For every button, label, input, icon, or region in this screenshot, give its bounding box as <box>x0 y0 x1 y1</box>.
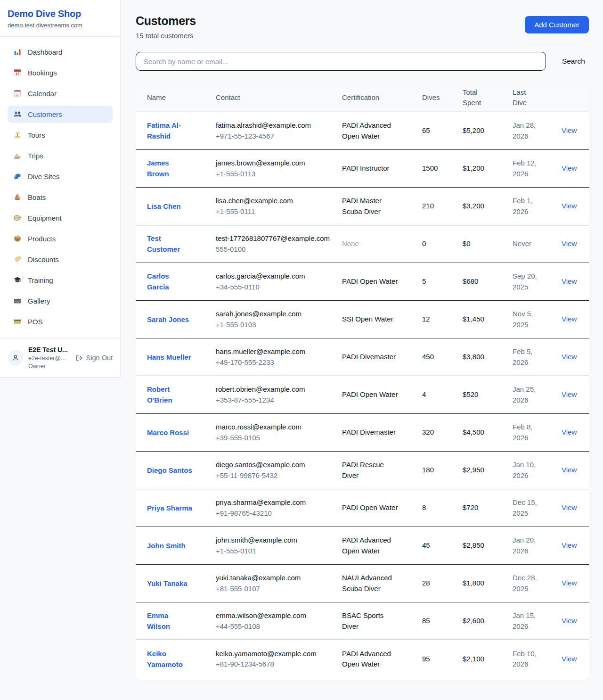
add-customer-button[interactable]: Add Customer <box>525 16 589 33</box>
view-link[interactable]: View <box>562 503 577 511</box>
sidebar-item-pos[interactable]: POS <box>8 313 113 330</box>
cell-contact: yuki.tanaka@example.com +81-555-0107 <box>216 566 342 601</box>
customer-name-link[interactable]: Robert O'Brien <box>147 384 193 406</box>
customer-certification: PADI Divemaster <box>342 427 396 438</box>
sidebar-item-boats[interactable]: Boats <box>8 189 113 206</box>
customer-name-link[interactable]: Test Customer <box>147 233 193 255</box>
cell-certification: PADI Advanced Open Water <box>342 528 422 563</box>
brand-block: Demo Dive Shop demo.test.divestreams.com <box>0 0 120 37</box>
cell-certification: PADI Advanced Open Water <box>342 113 422 148</box>
customer-name-link[interactable]: Priya Sharma <box>147 502 192 513</box>
cell-contact: marco.rossi@example.com +39-555-0105 <box>216 415 342 450</box>
customer-name-link[interactable]: Lisa Chen <box>147 201 181 212</box>
view-link[interactable]: View <box>562 617 577 625</box>
view-link[interactable]: View <box>562 466 577 474</box>
cell-contact: john.smith@example.com +1-555-0101 <box>216 528 342 563</box>
sidebar-item-trips[interactable]: Trips <box>8 147 113 164</box>
customer-name-link[interactable]: John Smith <box>147 540 186 551</box>
sidebar-item-gallery[interactable]: Gallery <box>8 292 113 309</box>
search-input[interactable] <box>136 52 546 71</box>
customer-phone: +1-555-0103 <box>216 320 337 330</box>
cell-certification: PADI Divemaster <box>342 420 422 445</box>
sidebar-item-training[interactable]: Training <box>8 272 113 288</box>
cell-name: Test Customer <box>147 226 216 262</box>
view-link[interactable]: View <box>562 126 577 134</box>
cell-last-dive: Feb 12, 2026 <box>513 151 562 186</box>
cell-last-dive: Feb 5, 2026 <box>513 339 562 375</box>
sidebar-item-customers[interactable]: Customers <box>8 106 113 123</box>
cell-contact: emma.wilson@example.com +44-555-0108 <box>216 603 342 639</box>
user-role: Owner <box>28 362 68 371</box>
user-email: e2e-tester@... <box>28 354 68 362</box>
search-button[interactable]: Search <box>558 54 589 68</box>
view-link[interactable]: View <box>562 541 577 549</box>
cell-total-spent: $3,200 <box>463 194 513 219</box>
customer-certification: PADI Advanced Open Water <box>342 649 399 670</box>
customer-phone: +49-170-555-2233 <box>216 357 337 368</box>
cell-last-dive: Jan 20, 2026 <box>513 528 562 563</box>
view-link[interactable]: View <box>562 428 577 436</box>
customer-name-link[interactable]: Hans Mueller <box>147 352 191 362</box>
customer-certification: PADI Instructor <box>342 163 390 174</box>
cell-dives: 12 <box>422 307 463 332</box>
customer-name-link[interactable]: Marco Rossi <box>147 427 189 438</box>
view-link[interactable]: View <box>562 579 577 587</box>
view-link[interactable]: View <box>562 202 577 210</box>
customer-certification: PADI Advanced Open Water <box>342 120 399 141</box>
customer-phone: +971-55-123-4567 <box>216 131 337 142</box>
users-icon <box>13 110 22 118</box>
view-link[interactable]: View <box>562 239 577 247</box>
cell-certification: None <box>342 231 422 256</box>
customer-certification: PADI Master Scuba Diver <box>342 196 399 217</box>
customer-phone: +1-555-0111 <box>216 206 337 217</box>
view-link[interactable]: View <box>562 315 577 323</box>
table-row: Priya Sharma priya.sharma@example.com +9… <box>136 489 589 527</box>
user-section: E2E Test U... e2e-tester@... Owner Sign … <box>0 338 120 377</box>
customer-name-link[interactable]: James Brown <box>147 157 193 180</box>
table-row: Lisa Chen lisa.chen@example.com +1-555-0… <box>136 188 589 225</box>
sidebar-item-discounts[interactable]: Discounts <box>8 251 113 268</box>
sidebar-item-products[interactable]: Products <box>8 230 113 247</box>
sidebar-item-equipment[interactable]: Equipment <box>8 209 113 226</box>
customer-last-dive: Jan 25, 2026 <box>513 384 542 405</box>
customer-name-link[interactable]: Carlos Garcia <box>147 271 193 293</box>
cell-action: View <box>562 156 581 181</box>
cell-dives: 95 <box>422 647 463 672</box>
view-link[interactable]: View <box>562 277 577 285</box>
sidebar-item-label: Tours <box>28 131 45 139</box>
cell-total-spent: $2,950 <box>463 458 513 483</box>
customer-name-link[interactable]: Diego Santos <box>147 465 192 476</box>
customer-name-link[interactable]: Emma Wilson <box>147 610 193 632</box>
view-link[interactable]: View <box>562 164 577 172</box>
cell-certification: PADI Open Water <box>342 269 422 294</box>
cell-name: Keiko Yamamoto <box>147 641 216 677</box>
cell-total-spent: $2,600 <box>463 609 513 634</box>
sidebar-item-calendar[interactable]: Calendar <box>8 85 113 102</box>
customer-phone: +81-90-1234-5678 <box>216 659 337 670</box>
customer-email: keiko.yamamoto@example.com <box>216 649 337 659</box>
sidebar-item-dive-sites[interactable]: Dive Sites <box>8 168 113 185</box>
tag-icon <box>13 255 22 264</box>
cell-contact: lisa.chen@example.com +1-555-0111 <box>216 189 342 224</box>
customer-name-link[interactable]: Sarah Jones <box>147 314 189 325</box>
cell-action: View <box>562 458 581 483</box>
customer-email: marco.rossi@example.com <box>216 422 337 433</box>
view-link[interactable]: View <box>562 655 577 663</box>
sidebar-item-label: Trips <box>28 152 43 160</box>
table-header-row: NameContactCertificationDivesTotal Spent… <box>136 83 589 112</box>
sidebar-item-dashboard[interactable]: Dashboard <box>8 43 113 60</box>
customer-email: robert.obrien@example.com <box>216 384 337 395</box>
cell-action: View <box>562 269 581 294</box>
customer-certification: PADI Open Water <box>342 276 398 287</box>
sidebar-item-tours[interactable]: Tours <box>8 126 113 143</box>
sign-out-button[interactable]: Sign Out <box>75 354 113 362</box>
table-body: Fatima Al-Rashid fatima.alrashid@example… <box>136 112 589 678</box>
customer-email: yuki.tanaka@example.com <box>216 573 337 584</box>
view-link[interactable]: View <box>562 353 577 361</box>
cell-last-dive: Sep 20, 2025 <box>513 264 562 299</box>
customer-name-link[interactable]: Fatima Al-Rashid <box>147 120 193 142</box>
customer-name-link[interactable]: Keiko Yamamoto <box>147 648 193 670</box>
sidebar-item-bookings[interactable]: 17Bookings <box>8 64 113 81</box>
customer-name-link[interactable]: Yuki Tanaka <box>147 578 187 589</box>
view-link[interactable]: View <box>562 390 577 398</box>
